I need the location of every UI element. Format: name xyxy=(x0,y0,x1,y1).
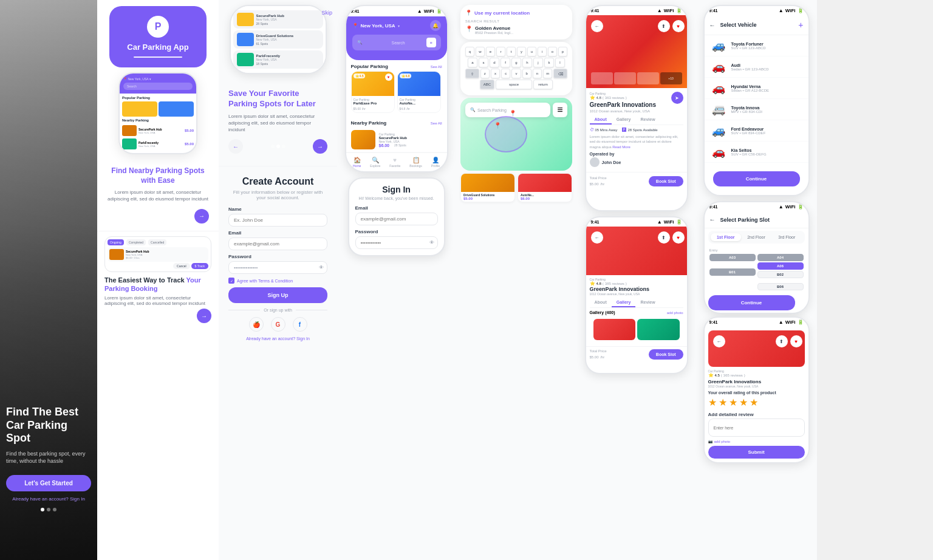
big-star-3[interactable]: ★ xyxy=(729,397,737,408)
key-g[interactable]: g xyxy=(511,58,521,67)
slot-b01[interactable]: B01 xyxy=(709,268,756,276)
detail-back-button[interactable]: ← xyxy=(591,20,603,32)
sign-in-link[interactable]: Sign In xyxy=(296,336,310,341)
big-star-2[interactable]: ★ xyxy=(719,397,727,408)
key-s[interactable]: s xyxy=(479,58,488,67)
review-share-button[interactable]: ⬆ xyxy=(776,335,788,347)
sign-up-button[interactable]: Sign Up xyxy=(228,287,327,303)
big-star-1[interactable]: ★ xyxy=(708,397,717,408)
key-z[interactable]: z xyxy=(480,69,490,78)
slot-b06[interactable]: B06 xyxy=(757,283,804,290)
mini-card-2[interactable]: AutoNe... $6.00 xyxy=(518,173,572,202)
google-login-button[interactable]: G xyxy=(271,317,285,332)
slot-a06[interactable]: A06 xyxy=(757,262,804,270)
name-input[interactable] xyxy=(228,214,327,227)
thumb-2[interactable] xyxy=(614,72,636,84)
map-pin-2[interactable]: 📍 xyxy=(509,110,516,117)
gallery-thumb-2[interactable] xyxy=(637,319,680,340)
e-dot-1[interactable] xyxy=(104,314,108,318)
key-c[interactable]: c xyxy=(501,69,510,78)
key-m[interactable]: m xyxy=(543,69,552,78)
review-back-button[interactable]: ← xyxy=(713,335,725,347)
gallery-book-button[interactable]: Book Slot xyxy=(649,349,683,360)
nav-explore[interactable]: 🔍 Explore xyxy=(370,157,380,168)
gallery-back-button[interactable]: ← xyxy=(591,231,603,244)
nearby-dot-3[interactable] xyxy=(118,214,121,218)
detail-share-button[interactable]: ⬆ xyxy=(658,20,670,32)
password-toggle-icon[interactable]: 👁 xyxy=(319,265,324,270)
nav-profile[interactable]: 👤 Profile xyxy=(431,157,440,168)
apple-login-button[interactable]: 🍎 xyxy=(249,317,264,332)
fav-item-2[interactable]: DriveGuard Solutions New York, USA 61 Sp… xyxy=(233,30,323,49)
si-password-toggle-icon[interactable]: 👁 xyxy=(429,240,434,245)
submit-review-button[interactable]: Submit xyxy=(708,446,805,459)
popular-card-1[interactable]: ⭐ 4.5 ♥ Car Parking ParkEase Pro $5.00 /… xyxy=(351,71,395,113)
key-w[interactable]: w xyxy=(476,47,485,56)
tab-gallery[interactable]: Gallery xyxy=(612,115,636,125)
dot-2[interactable] xyxy=(47,508,50,511)
facebook-login-button[interactable]: f xyxy=(293,317,307,332)
dot-3[interactable] xyxy=(53,508,56,511)
key-shift[interactable]: ⇧ xyxy=(465,69,479,78)
key-y[interactable]: y xyxy=(517,47,526,56)
vehicle-continue-button[interactable]: Continue xyxy=(713,171,800,186)
key-d[interactable]: d xyxy=(490,58,499,67)
map-filter-button[interactable]: ≡ xyxy=(553,103,567,117)
map-pin-1[interactable]: 📍 xyxy=(494,122,501,129)
tab-about[interactable]: About xyxy=(590,115,612,125)
e-dot-3[interactable] xyxy=(115,314,119,318)
key-u[interactable]: u xyxy=(527,47,536,56)
si-email-input[interactable] xyxy=(355,213,438,225)
popular-card-2[interactable]: ⭐ 4.8 Car Parking AutoNe... $4.8 /hr xyxy=(397,71,441,113)
map-search-input[interactable]: 🔍 Search Parking xyxy=(465,103,550,117)
slot-b02[interactable]: B02 xyxy=(757,271,804,278)
nav-favorite[interactable]: ♥ Favorite xyxy=(389,157,400,168)
use-location-row[interactable]: 📍 Use my current location xyxy=(465,10,567,16)
filter-icon[interactable]: ≡ xyxy=(426,38,436,47)
key-l[interactable]: l xyxy=(555,58,565,67)
thumb-more[interactable]: +10 xyxy=(660,72,682,84)
fav-badge-1[interactable]: ♥ xyxy=(385,73,392,81)
key-j[interactable]: j xyxy=(533,58,543,67)
thumb-1[interactable] xyxy=(591,72,613,84)
nearby-next-button[interactable]: → xyxy=(194,209,209,224)
key-h[interactable]: h xyxy=(522,58,532,67)
key-v[interactable]: v xyxy=(511,69,521,78)
terms-link[interactable]: Terms & Condition xyxy=(258,279,293,283)
slot-a03[interactable]: A03 xyxy=(709,254,756,261)
vehicle-item-3[interactable]: 🚗 Hyundai Verna Sedan • GR A12-BCDE xyxy=(705,78,808,99)
gallery-thumb-1[interactable] xyxy=(593,319,636,340)
key-f[interactable]: f xyxy=(501,58,510,67)
dot-1[interactable] xyxy=(41,508,44,511)
floor-tab-2nd[interactable]: 2nd Floor xyxy=(741,233,771,241)
thumb-3[interactable] xyxy=(637,72,659,84)
fav-item-1[interactable]: SecurePark Hub New York, USA 28 Spots xyxy=(233,10,323,29)
g-tab-about[interactable]: About xyxy=(590,298,612,307)
search-bar[interactable]: 🔍 Search ≡ xyxy=(352,35,441,50)
vehicle-back-button[interactable]: ← xyxy=(709,22,716,29)
si-password-input[interactable] xyxy=(355,236,438,249)
big-star-4[interactable]: ★ xyxy=(739,397,748,408)
add-photo-row[interactable]: 📷 add photo xyxy=(708,439,805,443)
gallery-share-button[interactable]: ⬆ xyxy=(658,231,670,244)
vehicle-item-4[interactable]: 🚐 Toyota Innova MPV • GR 834-CDI xyxy=(705,99,808,120)
terms-checkbox[interactable]: ✓ xyxy=(228,278,234,284)
get-started-button[interactable]: Let's Get Started xyxy=(6,475,91,491)
save-dot-2[interactable] xyxy=(276,145,280,148)
easiest-next-button[interactable]: → xyxy=(197,309,211,323)
save-back-button[interactable]: ← xyxy=(228,139,243,154)
review-text-input[interactable] xyxy=(708,418,805,437)
gallery-fav-button[interactable]: ♥ xyxy=(672,231,685,244)
key-n[interactable]: n xyxy=(533,69,542,78)
nearby-item-1[interactable]: Car Parking SecurePark Hub New York, USA… xyxy=(346,128,447,152)
tab-review[interactable]: Review xyxy=(635,115,660,125)
key-r[interactable]: r xyxy=(496,47,505,56)
review-heart-button[interactable]: ♥ xyxy=(790,335,802,347)
slot-continue-button[interactable]: Continue xyxy=(708,295,795,310)
save-next-button[interactable]: → xyxy=(313,139,327,154)
save-dot-3[interactable] xyxy=(282,145,285,148)
nav-bookings[interactable]: 📋 Bookings xyxy=(409,157,422,168)
big-star-5[interactable]: ★ xyxy=(750,397,758,408)
key-e[interactable]: e xyxy=(486,47,495,56)
key-o[interactable]: o xyxy=(548,47,557,56)
